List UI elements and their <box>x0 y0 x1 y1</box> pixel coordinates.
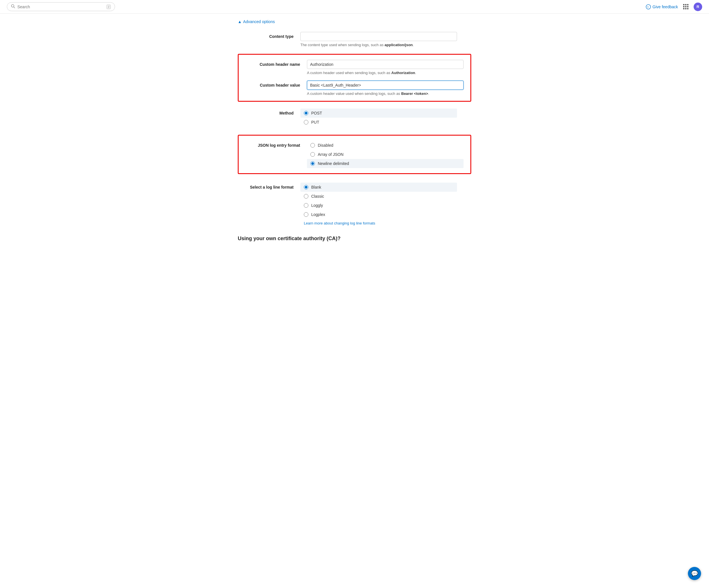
grid-dot <box>683 6 684 7</box>
content-type-field: The content type used when sending logs,… <box>300 32 471 47</box>
json-newline-label: Newline delimited <box>318 161 349 166</box>
chevron-up-icon: ▲ <box>238 19 242 24</box>
custom-header-value-row: Custom header value A custom header valu… <box>244 81 465 96</box>
log-logplex-radio[interactable] <box>304 212 308 217</box>
custom-header-name-field: A custom header used when sending logs, … <box>307 60 465 75</box>
learn-more-link[interactable]: Learn more about changing log line forma… <box>304 221 375 225</box>
search-icon <box>11 4 15 9</box>
method-post-label: POST <box>311 111 322 116</box>
search-input[interactable] <box>17 4 104 9</box>
custom-header-value-label: Custom header value <box>244 81 307 87</box>
method-post-radio[interactable] <box>304 111 308 116</box>
avatar[interactable]: R <box>693 3 702 11</box>
log-logplex-label: Logplex <box>311 212 325 217</box>
json-disabled-radio[interactable] <box>310 143 315 148</box>
custom-header-name-row: Custom header name A custom header used … <box>244 60 465 75</box>
search-shortcut: / <box>106 4 111 9</box>
grid-dot <box>683 8 684 9</box>
json-log-format-row: JSON log entry format Disabled Array of … <box>244 141 465 168</box>
custom-header-value-hint: A custom header value used when sending … <box>307 92 464 96</box>
log-classic-option[interactable]: Classic <box>300 192 457 201</box>
grid-dot <box>685 8 686 9</box>
main-content: ▲ Advanced options Content type The cont… <box>226 14 483 259</box>
ca-section-title: Using your own certificate authority (CA… <box>238 236 471 241</box>
log-blank-label: Blank <box>311 185 321 189</box>
log-line-format-row: Select a log line format Blank Classic L… <box>238 183 471 227</box>
method-label: Method <box>238 108 300 116</box>
method-post-option[interactable]: POST <box>300 108 457 118</box>
json-log-format-box: JSON log entry format Disabled Array of … <box>238 135 471 174</box>
give-feedback-button[interactable]: + Give feedback <box>646 4 678 9</box>
log-classic-radio[interactable] <box>304 194 308 199</box>
grid-dot <box>687 4 688 5</box>
apps-grid-icon[interactable] <box>683 4 688 9</box>
json-newline-radio[interactable] <box>310 161 315 166</box>
json-log-format-field: Disabled Array of JSON Newline delimited <box>307 141 465 168</box>
log-line-format-field: Blank Classic Loggly Logplex Learn more … <box>300 183 471 227</box>
grid-dot <box>685 6 686 7</box>
custom-header-name-label: Custom header name <box>244 60 307 67</box>
custom-header-box: Custom header name A custom header used … <box>238 54 471 102</box>
log-loggly-label: Loggly <box>311 203 323 208</box>
json-newline-option[interactable]: Newline delimited <box>307 159 464 168</box>
log-loggly-option[interactable]: Loggly <box>300 201 457 210</box>
advanced-options-toggle[interactable]: ▲ Advanced options <box>238 19 275 24</box>
json-log-format-label: JSON log entry format <box>244 141 307 148</box>
custom-header-value-input[interactable] <box>307 81 464 90</box>
json-array-radio[interactable] <box>310 152 315 157</box>
grid-dot <box>687 6 688 7</box>
method-row: Method POST PUT <box>238 108 471 127</box>
topbar-right: + Give feedback R <box>646 3 703 11</box>
content-type-row: Content type The content type used when … <box>238 32 471 47</box>
ca-section: Using your own certificate authority (CA… <box>238 236 471 241</box>
log-blank-option[interactable]: Blank <box>300 183 457 192</box>
method-put-option[interactable]: PUT <box>300 118 457 127</box>
content-type-label: Content type <box>238 32 300 39</box>
method-put-label: PUT <box>311 120 319 125</box>
custom-header-name-hint: A custom header used when sending logs, … <box>307 71 464 75</box>
json-array-option[interactable]: Array of JSON <box>307 150 464 159</box>
svg-text:+: + <box>647 5 649 8</box>
content-type-hint: The content type used when sending logs,… <box>300 43 457 47</box>
json-disabled-option[interactable]: Disabled <box>307 141 464 150</box>
custom-header-name-input[interactable] <box>307 60 464 69</box>
grid-dot <box>683 4 684 5</box>
feedback-icon: + <box>646 4 651 9</box>
log-loggly-radio[interactable] <box>304 203 308 208</box>
grid-dot <box>685 4 686 5</box>
method-put-radio[interactable] <box>304 120 308 125</box>
method-field: POST PUT <box>300 108 471 127</box>
custom-header-value-field: A custom header value used when sending … <box>307 81 465 96</box>
json-array-label: Array of JSON <box>318 152 343 157</box>
grid-dot <box>687 8 688 9</box>
svg-line-1 <box>14 7 15 8</box>
log-line-format-label: Select a log line format <box>238 183 300 189</box>
log-logplex-option[interactable]: Logplex <box>300 210 457 219</box>
json-disabled-label: Disabled <box>318 143 333 148</box>
content-type-input[interactable] <box>300 32 457 41</box>
topbar: / + Give feedback R <box>0 0 709 14</box>
search-bar[interactable]: / <box>7 2 115 11</box>
log-classic-label: Classic <box>311 194 324 199</box>
log-blank-radio[interactable] <box>304 185 308 189</box>
